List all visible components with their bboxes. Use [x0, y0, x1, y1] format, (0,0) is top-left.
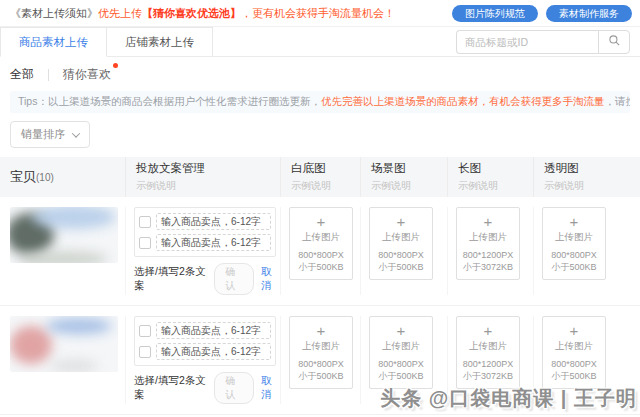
copywriting-box — [134, 207, 276, 257]
upload-label: 上传图片 — [459, 231, 517, 244]
example-link[interactable]: 示例说明 — [371, 179, 447, 193]
chevron-down-icon — [72, 129, 80, 137]
tab-product-material[interactable]: 商品素材上传 — [0, 27, 107, 57]
upload-limit: 小于500KB — [372, 261, 430, 273]
image-blob — [46, 318, 112, 334]
filter-all[interactable]: 全部 — [10, 66, 34, 83]
selling-point-input[interactable] — [156, 213, 271, 230]
notice-highlight: 【猜你喜欢优选池】 — [142, 7, 241, 19]
confirm-button[interactable]: 确认 — [214, 372, 254, 404]
upload-cell-scene: + 上传图片 800*800PX 小于500KB — [360, 207, 447, 295]
copywriting-cell: 选择/填写2条文案 确认 取消 — [125, 207, 280, 295]
copy-checkbox[interactable] — [139, 325, 151, 337]
upload-limit: 小于500KB — [545, 261, 603, 273]
upload-limit: 小于3072KB — [459, 261, 517, 273]
upload-label: 上传图片 — [292, 340, 350, 353]
copy-hint: 选择/填写2条文案 — [134, 374, 207, 402]
notice-prefix: 《素材上传须知》 — [10, 7, 98, 19]
upload-size: 800*800PX — [372, 358, 430, 370]
upload-size: 800*1200PX — [459, 249, 517, 261]
plus-icon: + — [372, 215, 430, 229]
tips-highlight: 优先完善以上渠道场景的商品素材，有机会获得更多手淘流量 — [321, 95, 605, 107]
upload-image-button[interactable]: + 上传图片 800*800PX 小于500KB — [289, 316, 353, 389]
selling-point-input[interactable] — [156, 234, 271, 251]
example-link[interactable]: 示例说明 — [136, 179, 280, 193]
column-header-baby: 宝贝(10) — [0, 157, 125, 197]
baby-title: 宝贝 — [10, 169, 36, 184]
copy-checkbox[interactable] — [139, 346, 151, 358]
column-title: 场景图 — [371, 161, 447, 176]
plus-icon: + — [459, 215, 517, 229]
plus-icon: + — [292, 324, 350, 338]
upload-size: 800*800PX — [545, 358, 603, 370]
column-header-long: 长图 示例说明 — [447, 157, 533, 197]
cancel-button[interactable]: 取消 — [261, 374, 280, 402]
search-icon — [608, 34, 621, 50]
cancel-button[interactable]: 取消 — [261, 265, 280, 293]
sort-row: 销量排序 — [0, 113, 640, 157]
plus-icon: + — [292, 215, 350, 229]
product-cell — [0, 207, 125, 295]
upload-cell-white-bg: + 上传图片 800*800PX 小于500KB — [280, 316, 360, 404]
tab-shop-material[interactable]: 店铺素材上传 — [107, 27, 213, 56]
copy-checkbox[interactable] — [139, 216, 151, 228]
sort-label: 销量排序 — [21, 127, 65, 142]
table-header: 宝贝(10) 投放文案管理 示例说明 白底图 示例说明 场景图 示例说明 长图 … — [0, 157, 640, 197]
product-image — [10, 207, 118, 263]
upload-image-button[interactable]: + 上传图片 800*800PX 小于500KB — [542, 207, 606, 280]
example-link[interactable]: 示例说明 — [291, 179, 360, 193]
upload-label: 上传图片 — [459, 340, 517, 353]
image-blob — [32, 207, 116, 229]
upload-limit: 小于500KB — [292, 261, 350, 273]
copy-actions: 选择/填写2条文案 确认 取消 — [134, 372, 280, 404]
tips-suffix: ，请按规范上传素材 — [604, 95, 630, 107]
table-row: 选择/填写2条文案 确认 取消 + 上传图片 800*800PX 小于500KB… — [0, 197, 640, 306]
upload-image-button[interactable]: + 上传图片 800*800PX 小于500KB — [542, 316, 606, 389]
copywriting-box — [134, 316, 276, 366]
filter-divider — [48, 69, 49, 81]
sort-dropdown[interactable]: 销量排序 — [10, 121, 90, 148]
confirm-button[interactable]: 确认 — [214, 263, 254, 295]
material-service-button[interactable]: 素材制作服务 — [546, 5, 632, 22]
tips-text: Tips：以上渠道场景的商品会根据用户个性化需求进行圈选更新， — [18, 95, 321, 107]
table-body: 选择/填写2条文案 确认 取消 + 上传图片 800*800PX 小于500KB… — [0, 197, 640, 417]
copy-line — [139, 320, 271, 341]
copywriting-cell: 选择/填写2条文案 确认 取消 — [125, 316, 280, 404]
filter-guess-you-like[interactable]: 猜你喜欢 — [63, 66, 111, 83]
upload-image-button[interactable]: + 上传图片 800*1200PX 小于3072KB — [456, 207, 520, 280]
upload-size: 800*1200PX — [459, 358, 517, 370]
notice-suffix: ，更有机会获得手淘流量机会！ — [241, 7, 395, 19]
search-input[interactable] — [456, 30, 598, 54]
copy-actions: 选择/填写2条文案 确认 取消 — [134, 263, 280, 295]
image-blob — [18, 251, 108, 263]
column-header-white-bg: 白底图 示例说明 — [280, 157, 360, 197]
copy-line — [139, 211, 271, 232]
image-display-spec-button[interactable]: 图片陈列规范 — [452, 5, 538, 22]
search-box — [456, 30, 630, 54]
upload-cell-transparent: + 上传图片 800*800PX 小于500KB — [533, 207, 640, 295]
upload-label: 上传图片 — [545, 231, 603, 244]
plus-icon: + — [545, 324, 603, 338]
notice-bar: 《素材上传须知》优先上传【猜你喜欢优选池】，更有机会获得手淘流量机会！ 图片陈列… — [0, 0, 640, 27]
example-link[interactable]: 示例说明 — [458, 179, 533, 193]
upload-label: 上传图片 — [292, 231, 350, 244]
column-title: 投放文案管理 — [136, 161, 280, 176]
selling-point-input[interactable] — [156, 343, 271, 360]
upload-image-button[interactable]: + 上传图片 800*800PX 小于500KB — [369, 207, 433, 280]
copy-checkbox[interactable] — [139, 237, 151, 249]
tips-banner: Tips：以上渠道场景的商品会根据用户个性化需求进行圈选更新，优先完善以上渠道场… — [10, 91, 630, 113]
upload-limit: 小于3072KB — [459, 370, 517, 382]
tab-bar: 商品素材上传 店铺素材上传 — [0, 27, 640, 57]
upload-cell-long: + 上传图片 800*1200PX 小于3072KB — [447, 207, 533, 295]
upload-image-button[interactable]: + 上传图片 800*1200PX 小于3072KB — [456, 316, 520, 389]
upload-image-button[interactable]: + 上传图片 800*800PX 小于500KB — [369, 316, 433, 389]
copy-line — [139, 232, 271, 253]
example-link[interactable]: 示例说明 — [544, 179, 640, 193]
material-upload-page: 《素材上传须知》优先上传【猜你喜欢优选池】，更有机会获得手淘流量机会！ 图片陈列… — [0, 0, 640, 417]
search-button[interactable] — [598, 30, 630, 54]
selling-point-input[interactable] — [156, 322, 271, 339]
column-title: 透明图 — [544, 161, 640, 176]
upload-size: 800*800PX — [292, 249, 350, 261]
upload-image-button[interactable]: + 上传图片 800*800PX 小于500KB — [289, 207, 353, 280]
baby-count: (10) — [36, 172, 54, 183]
